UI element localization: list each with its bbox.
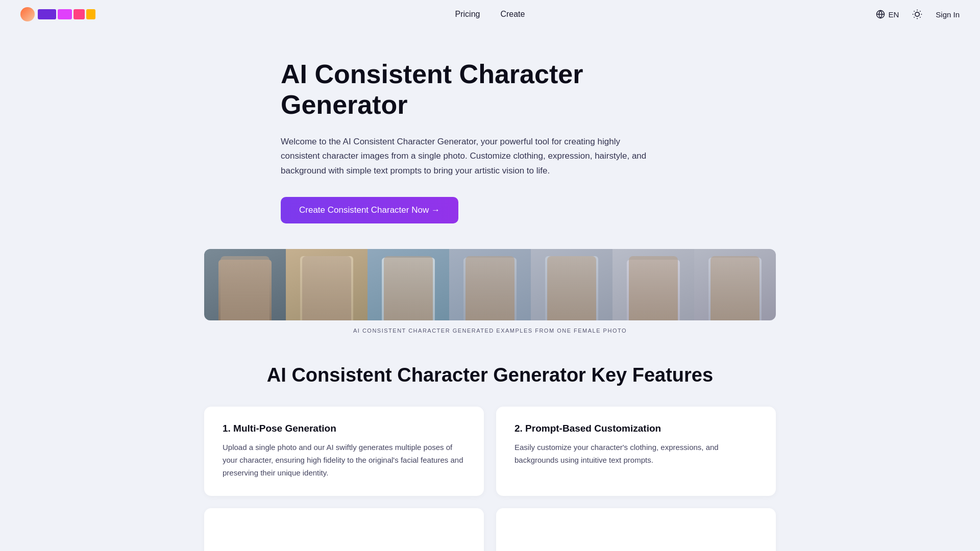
svg-point-1	[915, 12, 919, 16]
feature-card-1: 1. Multi-Pose Generation Upload a single…	[204, 407, 484, 495]
logo	[20, 7, 95, 21]
feature-card-3	[204, 508, 484, 551]
gallery-image-1	[204, 249, 286, 320]
logo-bar-magenta	[58, 9, 72, 19]
gallery-section: AI CONSISTENT CHARACTER GENERATED EXAMPL…	[184, 249, 796, 334]
sign-in-button[interactable]: Sign In	[936, 10, 960, 19]
svg-line-9	[920, 11, 921, 12]
feature-card-4	[496, 508, 776, 551]
gallery-caption: AI CONSISTENT CHARACTER GENERATED EXAMPL…	[204, 328, 776, 334]
svg-line-4	[914, 11, 915, 12]
feature-card-1-desc: Upload a single photo and our AI swiftly…	[223, 441, 465, 479]
navbar: Pricing Create EN Sign In	[0, 0, 980, 29]
logo-bar-purple	[38, 9, 56, 19]
gallery-images	[204, 249, 776, 320]
feature-card-2-desc: Easily customize your character's clothi…	[514, 441, 757, 467]
language-button[interactable]: EN	[876, 10, 899, 19]
feature-card-1-title: 1. Multi-Pose Generation	[223, 423, 465, 434]
svg-line-8	[914, 17, 915, 17]
logo-bars	[38, 9, 95, 19]
nav-right: EN Sign In	[876, 6, 960, 22]
gallery-image-7	[694, 249, 776, 320]
nav-link-pricing[interactable]: Pricing	[455, 10, 480, 19]
feature-card-2: 2. Prompt-Based Customization Easily cus…	[496, 407, 776, 495]
sun-icon	[912, 9, 922, 19]
hero-title: AI Consistent Character Generator	[281, 59, 699, 120]
features-title: AI Consistent Character Generator Key Fe…	[204, 364, 776, 386]
gallery-image-2	[286, 249, 368, 320]
theme-toggle-button[interactable]	[909, 6, 925, 22]
logo-circle-icon	[20, 7, 35, 21]
hero-description: Welcome to the AI Consistent Character G…	[281, 135, 658, 179]
gallery-image-6	[612, 249, 694, 320]
svg-line-5	[920, 17, 921, 17]
logo-bar-pink	[74, 9, 85, 19]
hero-section: AI Consistent Character Generator Welcom…	[260, 59, 720, 223]
features-section: AI Consistent Character Generator Key Fe…	[184, 364, 796, 551]
logo-bar-amber	[86, 9, 95, 19]
feature-card-2-title: 2. Prompt-Based Customization	[514, 423, 757, 434]
cta-button[interactable]: Create Consistent Character Now →	[281, 197, 458, 223]
gallery-image-5	[531, 249, 612, 320]
globe-icon	[876, 10, 885, 19]
gallery-image-3	[368, 249, 449, 320]
nav-link-create[interactable]: Create	[500, 10, 525, 19]
nav-links: Pricing Create	[455, 10, 525, 19]
gallery-image-4	[449, 249, 531, 320]
features-grid: 1. Multi-Pose Generation Upload a single…	[204, 407, 776, 551]
lang-label: EN	[888, 10, 899, 19]
